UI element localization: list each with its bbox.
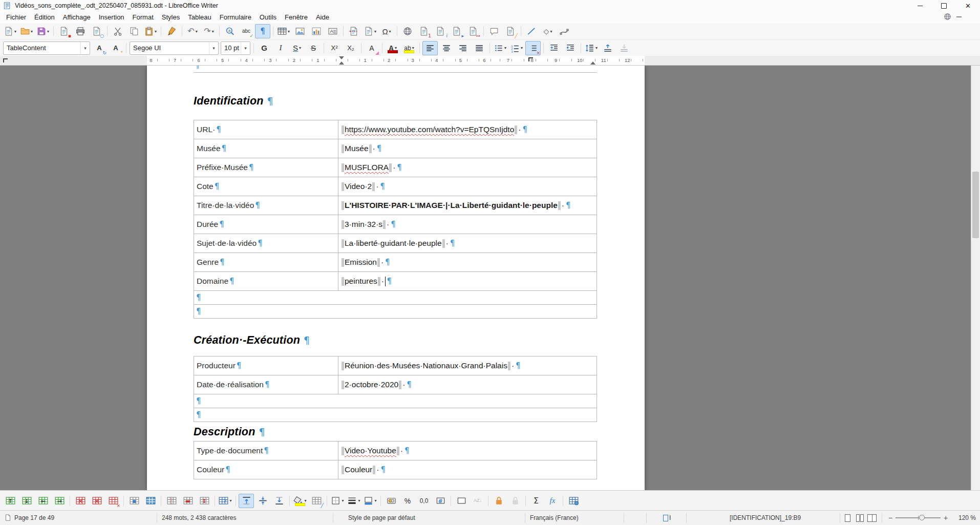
para-space-decrease-icon[interactable] (616, 41, 632, 55)
select-table-icon[interactable] (143, 494, 158, 508)
subscript-icon[interactable]: X₂ (343, 41, 358, 55)
chevron-down-icon[interactable]: ▾ (299, 46, 301, 50)
insert-row-above-icon[interactable]: ↑ (3, 494, 18, 508)
chevron-down-icon[interactable]: ▾ (212, 29, 214, 34)
split-cells-icon[interactable]: ┊ (164, 494, 179, 508)
toolbar-collapse-icon[interactable] (956, 16, 962, 17)
row-label-cell[interactable]: Domaine¶ (194, 272, 338, 290)
border-color-icon[interactable]: ▾ (363, 494, 378, 508)
row-label-cell[interactable]: Titre·de·la·vidéo¶ (194, 196, 338, 215)
clear-formatting-icon[interactable]: A◢ (364, 41, 379, 55)
chevron-down-icon[interactable]: ▾ (241, 42, 250, 54)
word-count-status[interactable]: 248 mots, 2 438 caractères (162, 514, 236, 521)
zoom-level-status[interactable]: 120 % (958, 514, 976, 521)
minimize-button[interactable] (908, 0, 932, 11)
no-list-icon[interactable]: × (525, 41, 541, 55)
table-background-color-icon[interactable]: ▾ (292, 494, 308, 508)
number-format-currency-icon[interactable] (384, 494, 399, 508)
numbered-list-icon[interactable]: ▾ (509, 41, 524, 55)
copy-icon[interactable] (126, 24, 142, 38)
delete-row-icon[interactable]: × (73, 494, 88, 508)
row-value-cell[interactable]: Couleur·¶ (338, 460, 596, 479)
align-left-icon[interactable] (422, 41, 438, 55)
menu-item-styles[interactable]: Styles (158, 12, 184, 22)
chevron-down-icon[interactable]: ▾ (288, 29, 290, 34)
chevron-down-icon[interactable]: ▾ (358, 498, 360, 503)
align-top-icon[interactable] (239, 494, 254, 508)
optimize-size-icon[interactable]: ✓▾ (218, 494, 233, 508)
insert-endnote-icon[interactable]: i (433, 24, 448, 38)
chevron-down-icon[interactable]: ▾ (47, 29, 49, 34)
update-style-icon[interactable]: A↻ (92, 41, 107, 55)
page-style-status[interactable]: Style de page par défaut (348, 514, 415, 521)
insert-column-before-icon[interactable]: ← (35, 494, 51, 508)
save-icon[interactable]: ▾ (35, 24, 51, 38)
draw-functions-icon[interactable] (557, 24, 572, 38)
row-label-cell[interactable]: Cote¶ (194, 177, 338, 196)
empty-paragraph-row[interactable]: ¶ (194, 394, 597, 408)
menu-item-fenetre[interactable]: Fenêtre (281, 12, 312, 22)
left-indent-marker[interactable] (339, 61, 344, 65)
special-character-icon[interactable]: Ω▾ (379, 24, 394, 38)
empty-paragraph-row[interactable]: ¶ (194, 408, 597, 422)
sum-icon[interactable]: Σ (528, 494, 544, 508)
cut-icon[interactable] (110, 24, 125, 38)
bold-icon[interactable]: G (257, 41, 272, 55)
chevron-down-icon[interactable]: ▾ (155, 29, 157, 34)
borders-icon[interactable]: ▾ (330, 494, 345, 508)
row-value-cell[interactable]: MUSFLORA·¶ (338, 158, 596, 177)
new-style-icon[interactable]: A* (108, 41, 123, 55)
paragraph-style-selector[interactable]: TableContent▾ (3, 41, 90, 55)
insert-caption-icon[interactable] (454, 494, 469, 508)
para-space-increase-icon[interactable] (600, 41, 615, 55)
increase-indent-icon[interactable] (546, 41, 562, 55)
menu-item-insertion[interactable]: Insertion (95, 12, 129, 22)
close-button[interactable]: ✕ (956, 0, 980, 11)
document-page[interactable]: ¶Identification¶URL·¶https://www.youtube… (147, 66, 645, 490)
chevron-down-icon[interactable]: ▾ (342, 498, 344, 503)
chevron-down-icon[interactable]: ▾ (550, 29, 552, 34)
insert-comment-icon[interactable] (486, 24, 502, 38)
chevron-down-icon[interactable]: ▾ (389, 29, 391, 34)
highlight-color-icon[interactable]: ab▾ (401, 41, 417, 55)
insert-line-icon[interactable] (524, 24, 539, 38)
table-properties-icon[interactable] (566, 494, 581, 508)
print-preview-icon[interactable]: ○ (89, 24, 104, 38)
chevron-down-icon[interactable]: ▾ (80, 42, 90, 54)
row-label-cell[interactable]: Préfixe·Musée¶ (194, 158, 338, 177)
insert-row-below-icon[interactable]: ↓ (19, 494, 34, 508)
menu-item-edition[interactable]: Édition (30, 12, 59, 22)
row-label-cell[interactable]: Type·de·document¶ (194, 442, 338, 460)
insert-footnote-icon[interactable]: 1 (416, 24, 432, 38)
menu-item-tableau[interactable]: Tableau (184, 12, 216, 22)
chevron-down-icon[interactable]: ▾ (209, 42, 218, 54)
chevron-down-icon[interactable]: ▾ (14, 29, 16, 34)
insert-chart-icon[interactable] (309, 24, 324, 38)
decrease-indent-icon[interactable] (563, 41, 578, 55)
horizontal-ruler[interactable]: 87654321123456789101112 (0, 56, 980, 66)
clone-formatting-icon[interactable] (164, 24, 179, 38)
split-table-icon[interactable]: ↕ (197, 494, 212, 508)
line-spacing-icon[interactable]: ▾ (584, 41, 599, 55)
protect-cells-icon[interactable] (491, 494, 506, 508)
redo-icon[interactable]: ↷▾ (201, 24, 217, 38)
chevron-down-icon[interactable]: ▾ (196, 29, 198, 34)
chevron-down-icon[interactable]: ▾ (31, 29, 33, 34)
row-value-cell[interactable]: Musée·¶ (338, 139, 596, 158)
print-icon[interactable] (73, 24, 88, 38)
menu-item-fichier[interactable]: Fichier (2, 12, 30, 22)
zoom-knob[interactable] (919, 515, 925, 520)
chevron-down-icon[interactable]: ▾ (595, 46, 598, 50)
superscript-icon[interactable]: X² (327, 41, 342, 55)
bullet-list-icon[interactable]: ▾ (493, 41, 508, 55)
insert-table-icon[interactable]: ▾ (276, 24, 291, 38)
row-label-cell[interactable]: Date·de·réalisation¶ (194, 375, 338, 394)
autoformat-icon[interactable]: ╱ (309, 494, 324, 508)
page-number-status[interactable]: Page 17 de 49 (14, 514, 54, 521)
empty-paragraph-row[interactable]: ¶ (194, 291, 597, 305)
row-value-cell[interactable]: Video·Youtube·¶ (338, 442, 596, 460)
align-right-icon[interactable] (455, 41, 471, 55)
row-label-cell[interactable]: Sujet·de·la·vidéo¶ (194, 234, 338, 253)
right-indent-marker[interactable] (590, 61, 595, 65)
scrollbar-thumb[interactable] (972, 172, 979, 238)
